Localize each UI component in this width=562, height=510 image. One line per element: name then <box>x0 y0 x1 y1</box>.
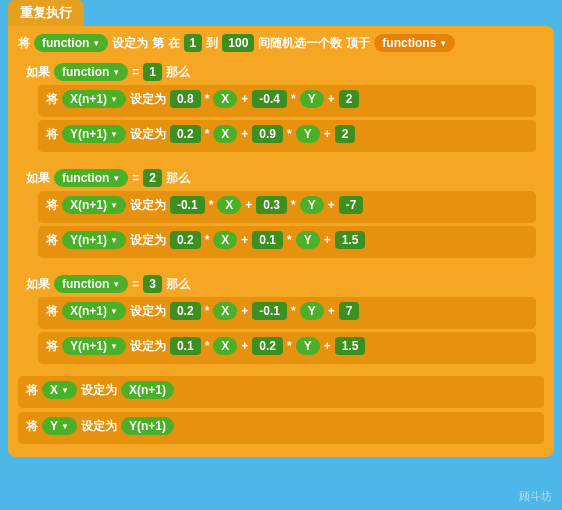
row-yn1-1: 将 Y(n+1) 设定为 0.2 * X + 0.9 * Y + 2 <box>46 125 528 143</box>
if-condition-2: 如果 function = 2 那么 <box>26 169 536 187</box>
row-xn1-3: 将 X(n+1) 设定为 0.2 * X + -0.1 * Y + 7 <box>46 302 528 320</box>
if-eq-2: = <box>132 171 139 185</box>
if-block-1: 如果 function = 1 那么 将 X(n+1) 设定为 0.8 * X … <box>18 58 544 160</box>
inner-block-2-row2: 将 Y(n+1) 设定为 0.2 * X + 0.1 * Y + 1.5 <box>38 226 536 258</box>
main-container: 将 function 设定为 第 在 1 到 100 间随机选一个数 顶于 fu… <box>8 26 554 457</box>
inner-block-1-row1: 将 X(n+1) 设定为 0.8 * X + -0.4 * Y + 2 <box>38 85 536 117</box>
if-label-2: 如果 <box>26 170 50 187</box>
header-row: 将 function 设定为 第 在 1 到 100 间随机选一个数 顶于 fu… <box>18 34 544 52</box>
footer-y-row: 将 Y 设定为 Y(n+1) <box>26 417 536 435</box>
if-block-3: 如果 function = 3 那么 将 X(n+1) 设定为 0.2 * X … <box>18 270 544 372</box>
if-block-2: 如果 function = 2 那么 将 X(n+1) 设定为 -0.1 * X… <box>18 164 544 266</box>
inner-block-1-row2: 将 Y(n+1) 设定为 0.2 * X + 0.9 * Y + 2 <box>38 120 536 152</box>
inner-block-3-row1: 将 X(n+1) 设定为 0.2 * X + -0.1 * Y + 7 <box>38 297 536 329</box>
if-label-1: 如果 <box>26 64 50 81</box>
header-function-var[interactable]: function <box>34 34 108 52</box>
if-then-3: 那么 <box>166 276 190 293</box>
if-then-2: 那么 <box>166 170 190 187</box>
header-assign: 将 <box>18 35 30 52</box>
if-condition-3: 如果 function = 3 那么 <box>26 275 536 293</box>
if-var-1[interactable]: function <box>54 63 128 81</box>
inner-block-2-row1: 将 X(n+1) 设定为 -0.1 * X + 0.3 * Y + -7 <box>38 191 536 223</box>
header-range-end: 100 <box>222 34 254 52</box>
header-random-text: 间随机选一个数 <box>258 35 342 52</box>
if-eq-3: = <box>132 277 139 291</box>
if-then-1: 那么 <box>166 64 190 81</box>
header-in: 在 <box>168 35 180 52</box>
row-yn1-3: 将 Y(n+1) 设定为 0.1 * X + 0.2 * Y + 1.5 <box>46 337 528 355</box>
row-xn1-2: 将 X(n+1) 设定为 -0.1 * X + 0.3 * Y + -7 <box>46 196 528 214</box>
if-var-3[interactable]: function <box>54 275 128 293</box>
footer-row-y: 将 Y 设定为 Y(n+1) <box>18 412 544 444</box>
if-val-2: 2 <box>143 169 162 187</box>
if-condition-1: 如果 function = 1 那么 <box>26 63 536 81</box>
if-eq-1: = <box>132 65 139 79</box>
footer-x-row: 将 X 设定为 X(n+1) <box>26 381 536 399</box>
row-xn1-1: 将 X(n+1) 设定为 0.8 * X + -0.4 * Y + 2 <box>46 90 528 108</box>
watermark: 顾斗坊 <box>519 489 552 504</box>
inner-block-3-row2: 将 Y(n+1) 设定为 0.1 * X + 0.2 * Y + 1.5 <box>38 332 536 364</box>
top-bar: 重复执行 <box>8 0 84 26</box>
footer-row-x: 将 X 设定为 X(n+1) <box>18 376 544 408</box>
header-belongs-to: 顶于 <box>346 35 370 52</box>
header-functions[interactable]: functions <box>374 34 455 52</box>
if-var-2[interactable]: function <box>54 169 128 187</box>
header-set-to: 设定为 第 <box>112 35 163 52</box>
if-label-3: 如果 <box>26 276 50 293</box>
row-yn1-2: 将 Y(n+1) 设定为 0.2 * X + 0.1 * Y + 1.5 <box>46 231 528 249</box>
if-val-3: 3 <box>143 275 162 293</box>
header-range-start: 1 <box>184 34 203 52</box>
header-to: 到 <box>206 35 218 52</box>
if-val-1: 1 <box>143 63 162 81</box>
